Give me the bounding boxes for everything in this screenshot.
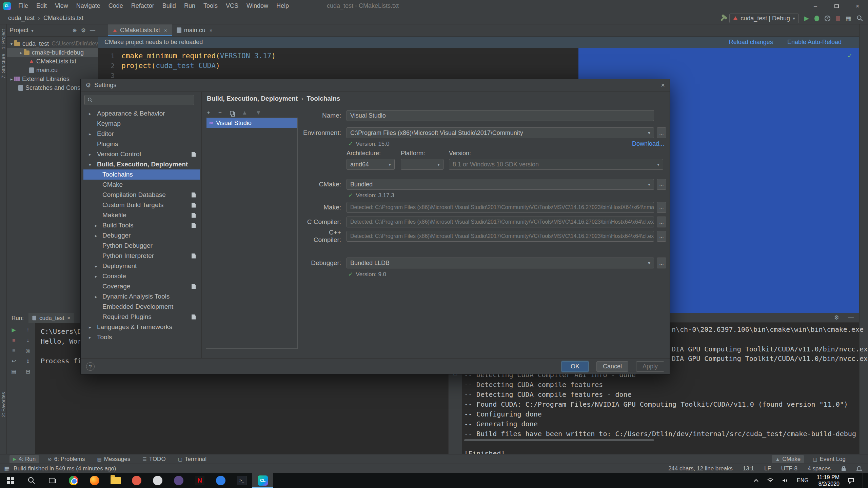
tree-item-project-root[interactable]: ▾ cuda_test C:\Users\Dtlin\dev\in [7,39,98,48]
menu-view[interactable]: View [51,0,72,12]
menu-edit[interactable]: Edit [32,0,51,12]
settings-item-appearance[interactable]: ▸Appearance & Behavior [83,108,200,119]
menu-vcs[interactable]: VCS [222,0,242,12]
layout-icon[interactable]: ▦ [846,15,851,22]
breadcrumb-file[interactable]: CMakeLists.txt [43,15,83,22]
settings-item-compilation-database[interactable]: Compilation Database [83,190,200,200]
name-field[interactable]: Visual Studio [347,110,654,121]
toolwindow-terminal[interactable]: ▢ Terminal [175,455,210,463]
settings-item-cmake[interactable]: CMake [83,180,200,190]
soft-wrap-icon[interactable]: ↩ [12,358,16,364]
copy-toolchain-icon[interactable] [230,111,234,115]
menu-code[interactable]: Code [104,0,127,12]
settings-item-keymap[interactable]: Keymap [83,119,200,129]
settings-item-editor[interactable]: ▸Editor [83,129,200,139]
settings-item-embedded-development[interactable]: Embedded Development [83,302,200,312]
run-button[interactable]: ▶ [804,15,809,22]
toolwindow-cmake[interactable]: ▲ CMake [772,455,804,463]
tab-main-cu[interactable]: main.cu × [172,24,217,36]
toolchain-list-item[interactable]: ∞ Visual Studio [206,118,297,128]
show-desktop-button[interactable] [863,473,865,488]
settings-item-toolchains[interactable]: Toolchains [83,169,200,180]
settings-item-makefile[interactable]: Makefile [83,210,200,220]
make-browse-button[interactable]: ... [657,202,666,213]
horizontal-scrollbar[interactable] [464,439,654,441]
tree-item-main-cu[interactable]: main.cu [7,66,98,75]
firefox-icon[interactable] [84,473,105,488]
toolwindow-todo[interactable]: ☰ TODO [139,455,169,463]
reload-changes-link[interactable]: Reload changes [729,39,773,46]
toolwindow-event-log[interactable]: ◫ Event Log [809,455,849,463]
settings-item-languages-frameworks[interactable]: ▸Languages & Frameworks [83,322,200,332]
menu-build[interactable]: Build [158,0,180,12]
close-tab-icon[interactable]: × [67,315,71,322]
toolwindow-problems[interactable]: ⊘ 6: Problems [44,455,88,463]
run-console-tab[interactable]: cuda_test × [28,313,74,323]
build-hammer-icon[interactable] [721,16,726,21]
tool-stripe-structure[interactable]: 7: Structure [1,54,6,78]
toolwindow-messages[interactable]: ▤ Messages [94,455,134,463]
debugger-combo[interactable]: Bundled LLDB ▾ [347,258,654,268]
help-button[interactable]: ? [86,362,95,371]
gear-icon[interactable]: ⚙ [81,27,86,34]
close-tab-icon[interactable]: × [164,27,167,33]
menu-window[interactable]: Window [242,0,272,12]
locate-file-icon[interactable]: ⊕ [72,27,77,34]
start-button[interactable] [0,473,21,488]
settings-search-input[interactable] [84,95,194,105]
settings-item-build-tools[interactable]: ▸Build Tools [83,220,200,230]
settings-item-required-plugins[interactable]: Required Plugins [83,312,200,322]
clion-taskbar-icon[interactable]: CL [252,473,273,488]
hide-panel-icon[interactable]: — [90,27,95,34]
tool-stripe-project[interactable]: 1: Project [1,29,6,49]
app-light-icon[interactable] [147,473,168,488]
file-explorer-icon[interactable] [105,473,126,488]
menu-tools[interactable]: Tools [199,0,222,12]
print-icon[interactable]: ▤ [11,368,16,375]
search-everywhere-icon[interactable] [856,15,863,22]
settings-item-console[interactable]: ▸Console [83,271,200,281]
project-view-select[interactable]: Project [9,27,28,34]
down-stack-icon[interactable]: ↓ [26,337,29,343]
platform-combo[interactable]: ▾ [401,159,443,170]
app-red-icon[interactable] [126,473,147,488]
ok-button[interactable]: OK [561,361,589,372]
toolwindow-run[interactable]: ▶ 4: Run [9,455,39,463]
hide-panel-icon[interactable]: — [848,314,854,321]
environment-combo[interactable]: C:\Program Files (x86)\Microsoft Visual … [347,127,654,138]
task-view-icon[interactable] [42,473,63,488]
remove-toolchain-icon[interactable]: − [218,109,222,116]
command-prompt-icon[interactable]: >_ [231,473,252,488]
cancel-button[interactable]: Cancel [596,361,628,372]
lock-icon[interactable] [841,466,846,472]
taskbar-search-icon[interactable] [21,473,42,488]
settings-item-python-interpreter[interactable]: Python Interpreter [83,251,200,261]
menu-navigate[interactable]: Navigate [72,0,104,12]
keyboard-language[interactable]: ENG [797,477,809,484]
settings-item-custom-build-targets[interactable]: Custom Build Targets [83,200,200,210]
close-tab-icon[interactable]: × [210,27,213,33]
close-button[interactable]: × [847,0,868,12]
breadcrumb-section[interactable]: Build, Execution, Deployment [207,95,298,102]
taskbar-clock[interactable]: 11:19 PM 8/2/2020 [817,474,840,487]
caret-position[interactable]: 13:1 [743,465,754,472]
pin-icon[interactable]: ◎ [25,347,30,354]
c-compiler-browse-button[interactable]: ... [657,217,666,227]
download-link[interactable]: Download... [632,140,664,147]
tree-item-cmake-build-debug[interactable]: ▸ cmake-build-debug [7,48,98,57]
settings-item-version-control[interactable]: ▸Version Control [83,149,200,159]
app-blue-icon[interactable] [210,473,231,488]
toolwindow-switcher-icon[interactable]: ▦ [0,465,14,472]
architecture-combo[interactable]: amd64 ▾ [347,159,395,170]
tree-item-cmakelists[interactable]: CMakeLists.txt [7,57,98,66]
menu-help[interactable]: Help [272,0,293,12]
rerun-icon[interactable]: ▶ [12,327,16,333]
breadcrumb-project[interactable]: cuda_test [8,15,35,22]
settings-item-build-execution-deployment[interactable]: ▾Build, Execution, Deployment [83,159,200,169]
close-dialog-icon[interactable]: × [661,81,665,89]
debug-button[interactable] [814,16,819,21]
run-configuration-select[interactable]: cuda_test | Debug ▾ [729,14,799,23]
settings-item-plugins[interactable]: Plugins [83,139,200,149]
profiler-button[interactable] [825,16,830,21]
cmake-combo[interactable]: Bundled ▾ [347,179,654,190]
